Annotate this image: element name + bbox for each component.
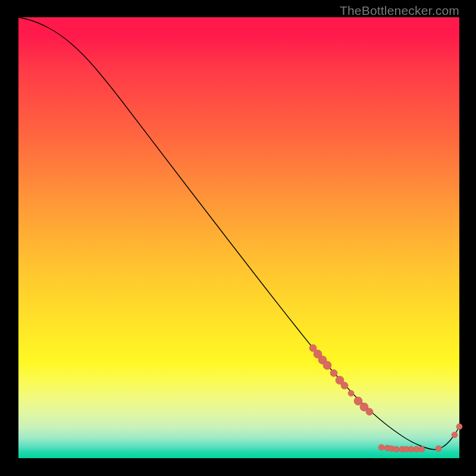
curve-marker — [393, 446, 399, 452]
curve-marker — [323, 361, 331, 369]
curve-marker — [456, 424, 462, 430]
curve-marker — [436, 446, 441, 452]
curve-marker — [408, 446, 414, 452]
curve-marker — [452, 432, 458, 438]
curve-marker — [414, 446, 419, 452]
chart-stage: TheBottlenecker.com — [0, 0, 476, 476]
attribution-label: TheBottlenecker.com — [340, 4, 459, 18]
curve-marker — [366, 408, 373, 415]
curve-marker — [419, 446, 425, 452]
chart-overlay — [18, 17, 459, 458]
curve-marker — [348, 390, 354, 396]
curve-marker — [330, 369, 337, 377]
curve-markers — [309, 345, 462, 452]
bottleneck-curve — [18, 17, 459, 450]
curve-marker — [341, 382, 348, 389]
curve-marker — [378, 444, 384, 450]
